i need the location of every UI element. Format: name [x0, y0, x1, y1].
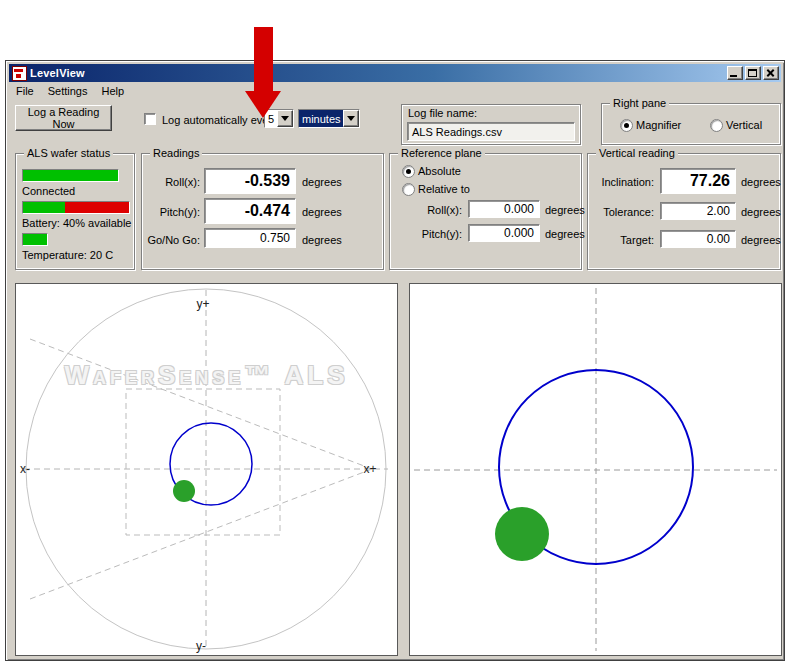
level-bubble — [173, 480, 195, 502]
vertical-radio[interactable] — [710, 119, 723, 132]
level-display-plot: y+ y- x- x+ — [16, 284, 397, 655]
magnifier-panel — [409, 283, 782, 656]
reference-plane-group: Reference plane Absolute Relative to Rol… — [389, 153, 582, 270]
interval-combo-button[interactable] — [277, 110, 293, 127]
tolerance-value: 2.00 — [660, 202, 736, 220]
roll-value: -0.539 — [204, 168, 296, 194]
roll-unit: degrees — [302, 176, 342, 189]
reference-plane-caption: Reference plane — [398, 147, 485, 159]
axis-label-x-plus: x+ — [363, 462, 376, 476]
absolute-label: Absolute — [418, 165, 461, 178]
axis-label-y-minus: y- — [196, 639, 206, 653]
right-pane-caption: Right pane — [610, 97, 669, 109]
roll-label: Roll(x): — [142, 176, 200, 189]
battery-status: Battery: 40% available — [22, 217, 131, 230]
menu-settings[interactable]: Settings — [41, 84, 95, 98]
chevron-down-icon — [347, 116, 355, 121]
ref-pitch-label: Pitch(y): — [390, 228, 462, 241]
app-icon — [12, 66, 27, 81]
target-unit: degrees — [741, 234, 781, 247]
lower-guide-line — [30, 469, 372, 599]
magnifier-radio[interactable] — [620, 119, 633, 132]
log-file-group: Log file name: ALS Readings.csv — [401, 104, 581, 145]
tolerance-unit: degrees — [741, 206, 781, 219]
vertical-reading-group: Vertical reading Inclination: 77.26 degr… — [587, 153, 781, 270]
target-label: Target: — [588, 234, 654, 247]
log-auto-checkbox[interactable] — [144, 113, 156, 125]
temperature-bar — [22, 233, 48, 246]
battery-bar-empty — [65, 202, 129, 213]
window-title: LevelView — [30, 67, 727, 79]
interval-combo[interactable]: 5 — [264, 109, 294, 128]
window-controls — [727, 66, 779, 80]
ref-roll-label: Roll(x): — [390, 204, 462, 217]
temperature-bar-fill — [23, 234, 47, 245]
gonogo-unit: degrees — [302, 234, 342, 247]
menu-file[interactable]: File — [9, 84, 41, 98]
connection-bar — [22, 169, 119, 182]
battery-bar — [22, 201, 130, 214]
axis-label-x-minus: x- — [20, 462, 30, 476]
right-pane-group: Right pane Magnifier Vertical — [601, 103, 781, 145]
gonogo-value: 0.750 — [204, 228, 296, 248]
vertical-label: Vertical — [726, 119, 762, 132]
maximize-button[interactable] — [745, 66, 761, 80]
battery-bar-fill — [23, 202, 65, 213]
log-auto-label: Log automatically every — [162, 114, 278, 127]
relative-radio[interactable] — [402, 183, 415, 196]
title-bar[interactable]: LevelView — [9, 64, 781, 82]
close-button[interactable] — [763, 66, 779, 80]
temperature-status: Temperature: 20 C — [22, 249, 113, 262]
maximize-icon — [748, 69, 757, 77]
ref-pitch-unit: degrees — [545, 228, 585, 241]
ref-roll-unit: degrees — [545, 204, 585, 217]
tolerance-label: Tolerance: — [588, 206, 654, 219]
interval-combo-value: 5 — [265, 110, 277, 127]
levelview-window: LevelView File Settings Help Log a Readi… — [5, 60, 785, 661]
ref-pitch-value: 0.000 — [468, 224, 540, 242]
connection-bar-fill — [23, 170, 118, 181]
readings-caption: Readings — [150, 147, 202, 159]
inclination-unit: degrees — [741, 176, 781, 189]
menu-help[interactable]: Help — [94, 84, 131, 98]
relative-label: Relative to — [418, 183, 470, 196]
upper-guide-line — [30, 339, 372, 469]
wafer-status-caption: ALS wafer status — [24, 147, 113, 159]
magnifier-label: Magnifier — [636, 119, 681, 132]
wafer-status-group: ALS wafer status Connected Battery: 40% … — [15, 153, 135, 270]
ref-roll-value: 0.000 — [468, 200, 540, 218]
absolute-radio[interactable] — [402, 165, 415, 178]
pitch-label: Pitch(y): — [142, 206, 200, 219]
log-file-label: Log file name: — [408, 107, 477, 120]
inclination-label: Inclination: — [588, 176, 654, 189]
gonogo-label: Go/No Go: — [142, 234, 200, 247]
target-value: 0.00 — [660, 230, 736, 248]
pitch-value: -0.474 — [204, 198, 296, 224]
chevron-down-icon — [281, 116, 289, 121]
log-file-field[interactable]: ALS Readings.csv — [407, 122, 575, 141]
readings-group: Readings Roll(x): -0.539 degrees Pitch(y… — [141, 153, 384, 270]
minimize-icon — [730, 75, 737, 77]
unit-combo[interactable]: minutes — [298, 109, 360, 128]
minimize-button[interactable] — [727, 66, 743, 80]
level-display-panel: y+ y- x- x+ WaferSense™ ALS — [15, 283, 398, 656]
axis-label-y-plus: y+ — [196, 297, 209, 311]
log-reading-button[interactable]: Log a Reading Now — [15, 105, 112, 131]
unit-combo-button[interactable] — [343, 110, 359, 127]
magnifier-plot — [410, 284, 781, 655]
connection-status: Connected — [22, 185, 75, 198]
vertical-reading-caption: Vertical reading — [596, 147, 678, 159]
pitch-unit: degrees — [302, 206, 342, 219]
inclination-value: 77.26 — [660, 168, 736, 194]
unit-combo-value: minutes — [299, 110, 343, 127]
magnifier-level-bubble — [495, 507, 549, 561]
